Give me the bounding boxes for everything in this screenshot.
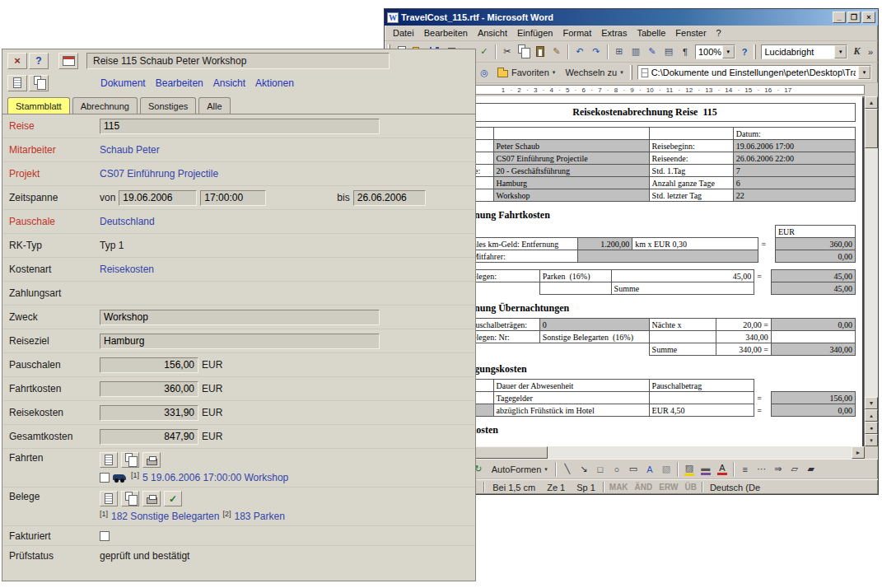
beleg-link-182[interactable]: 182 Sonstige Belegarten <box>111 511 219 522</box>
arrow-style-icon[interactable]: ⇒ <box>770 461 786 478</box>
wordart-icon[interactable]: A <box>642 461 658 478</box>
favorites-button[interactable]: Favoriten ▾ <box>492 64 560 81</box>
reisekosten-input[interactable] <box>100 405 198 421</box>
insert-table-icon[interactable]: ⊞ <box>611 44 628 60</box>
help-icon[interactable]: ? <box>737 44 753 60</box>
document-page[interactable]: Reisekostenabrechnung Reise 115 Datum:Na… <box>427 96 862 446</box>
menu-bearbeiten[interactable]: Bearbeiten <box>152 77 208 89</box>
format-painter-icon[interactable]: ✎ <box>548 44 565 60</box>
tab-alle[interactable]: Alle <box>198 97 230 114</box>
next-page-icon[interactable]: ▾ <box>865 434 878 446</box>
pauschale-link[interactable]: Deutschland <box>100 216 155 227</box>
mitarbeiter-link[interactable]: Schaub Peter <box>100 144 160 156</box>
report-button[interactable] <box>58 53 78 69</box>
menu-ansicht[interactable]: Ansicht <box>473 26 512 40</box>
reiseziel-input[interactable] <box>100 334 380 349</box>
menu-einfuegen[interactable]: Einfügen <box>512 26 558 40</box>
menu-bearbeiten[interactable]: Bearbeiten <box>419 26 473 40</box>
tab-abrechnung[interactable]: Abrechnung <box>72 97 138 114</box>
close-button[interactable]: × <box>862 12 875 23</box>
oval-icon[interactable]: ○ <box>609 461 625 478</box>
status-flag-ueb[interactable]: ÜB <box>682 483 698 492</box>
gesamtkosten-input[interactable] <box>100 429 198 445</box>
scroll-down-icon[interactable]: ▼ <box>865 397 878 409</box>
autoformen-menu-button[interactable]: AutoFormen ▾ <box>487 461 553 478</box>
go-to-button[interactable]: Wechseln zu ▾ <box>560 64 628 81</box>
menu-format[interactable]: Format <box>558 26 596 40</box>
menu-ansicht[interactable]: Ansicht <box>209 77 250 89</box>
spelling-icon[interactable]: ✓ <box>476 44 492 60</box>
line-icon[interactable]: ╲ <box>559 461 576 478</box>
font-select[interactable]: Lucidabright ▾ <box>761 44 847 59</box>
close-button[interactable]: × <box>7 53 27 69</box>
von-zeit-input[interactable] <box>200 190 266 206</box>
chevron-down-icon[interactable]: ▾ <box>834 45 847 58</box>
dash-style-icon[interactable]: ⋯ <box>754 461 770 478</box>
undo-icon[interactable]: ↶ <box>572 44 588 60</box>
line-style-icon[interactable]: ≡ <box>737 461 754 478</box>
pauschalen-input[interactable] <box>100 357 198 373</box>
clipart-icon[interactable]: ▧ <box>658 461 674 478</box>
projekt-link[interactable]: CS07 Einführung Projectile <box>100 168 218 180</box>
menu-dokument[interactable]: Dokument <box>96 77 150 89</box>
fahrten-copy-button[interactable] <box>121 452 139 468</box>
von-datum-input[interactable] <box>119 190 197 206</box>
fahrtkosten-input[interactable] <box>100 381 198 397</box>
toolbar-grip[interactable] <box>754 44 756 59</box>
zweck-input[interactable] <box>100 310 380 325</box>
beleg-link-183[interactable]: 183 Parken <box>234 511 284 522</box>
select-browse-object-icon[interactable]: ● <box>865 422 878 434</box>
minimize-button[interactable]: _ <box>833 12 846 23</box>
belege-list-button[interactable] <box>100 491 118 506</box>
fahrten-checkbox[interactable] <box>100 473 110 483</box>
status-language[interactable]: Deutsch (De <box>705 483 765 492</box>
belege-copy-button[interactable] <box>121 491 139 506</box>
fahrten-print-button[interactable] <box>142 452 161 468</box>
vertical-scrollbar[interactable]: ▲ ▼ ▴ ● ▾ <box>865 96 878 446</box>
tab-sonstiges[interactable]: Sonstiges <box>140 97 196 114</box>
scroll-up-icon[interactable]: ▲ <box>865 96 878 109</box>
document-map-icon[interactable]: ▤ <box>660 44 677 60</box>
fill-color-icon[interactable]: ▨ <box>681 461 698 478</box>
bis-datum-input[interactable] <box>353 190 426 206</box>
text-box-icon[interactable]: ▭ <box>625 461 642 478</box>
cut-icon[interactable]: ✂ <box>499 44 516 60</box>
drawing-icon[interactable]: ✎ <box>644 44 660 60</box>
previous-page-icon[interactable]: ▴ <box>865 409 878 422</box>
scrollbar-track[interactable] <box>447 446 852 459</box>
toolbar-options-icon[interactable]: » <box>865 47 876 57</box>
menu-datei[interactable]: Datei <box>388 26 419 40</box>
shadow-icon[interactable]: ▱ <box>786 461 803 478</box>
fahrten-entry-link[interactable]: 5 19.06.2006 17:00:00 Workshop <box>142 472 288 483</box>
fakturiert-checkbox[interactable] <box>100 531 110 541</box>
status-flag-aend[interactable]: ÄND <box>632 483 656 492</box>
document-button[interactable] <box>7 75 27 91</box>
belege-check-button[interactable]: ✓ <box>164 491 182 506</box>
line-color-icon[interactable]: ▬ <box>698 461 714 478</box>
toolbar-grip[interactable] <box>630 65 632 80</box>
reise-input[interactable] <box>100 119 380 134</box>
chevron-down-icon[interactable]: ▾ <box>722 45 735 58</box>
show-paragraph-icon[interactable]: ¶ <box>677 44 693 60</box>
italic-button[interactable]: K <box>849 44 865 60</box>
scroll-right-icon[interactable]: ► <box>852 446 865 459</box>
columns-icon[interactable]: ▥ <box>628 44 644 60</box>
tab-stammblatt[interactable]: Stammblatt <box>7 97 70 114</box>
status-flag-erw[interactable]: ERW <box>656 483 680 492</box>
address-input[interactable]: C:\Dokumente und Einstellungen\peter\Des… <box>637 65 871 80</box>
menu-hilfe[interactable]: ? <box>712 26 726 40</box>
menu-extras[interactable]: Extras <box>596 26 632 40</box>
chevron-down-icon[interactable]: ▾ <box>858 66 870 79</box>
copy-button[interactable] <box>29 75 49 91</box>
menu-aktionen[interactable]: Aktionen <box>251 77 298 89</box>
menu-tabelle[interactable]: Tabelle <box>632 26 670 40</box>
scrollbar-thumb[interactable] <box>865 109 878 148</box>
maximize-button[interactable]: ❐ <box>847 12 861 23</box>
redo-icon[interactable]: ↷ <box>588 44 604 60</box>
threed-icon[interactable]: ▰ <box>803 461 819 478</box>
menu-fenster[interactable]: Fenster <box>670 26 711 40</box>
font-color-icon[interactable]: A <box>714 461 730 478</box>
help-button[interactable]: ? <box>29 53 49 69</box>
fahrten-list-button[interactable] <box>100 452 118 468</box>
search-icon[interactable]: ◎ <box>476 64 492 81</box>
